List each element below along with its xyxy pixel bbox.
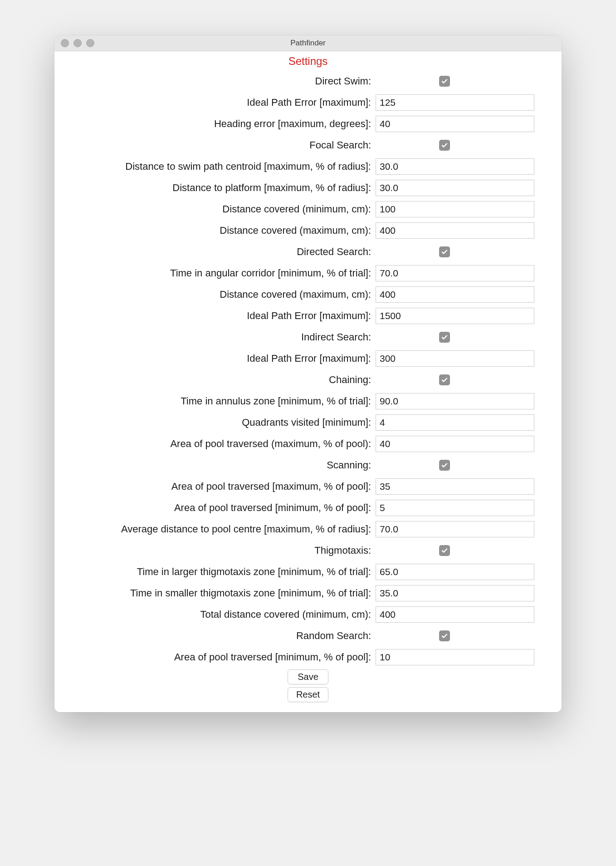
close-icon[interactable] <box>61 39 69 47</box>
indirect-ipe-input[interactable] <box>376 350 534 367</box>
save-button[interactable]: Save <box>288 669 328 684</box>
dist-centroid-input[interactable] <box>376 158 534 175</box>
smaller-thigmo-input[interactable] <box>376 585 534 601</box>
random-search-row: Random Search: <box>63 625 553 646</box>
scanning-area-max-label: Area of pool traversed [maximum, % of po… <box>63 481 376 492</box>
directed-ipe-label: Ideal Path Error [maximum]: <box>63 310 376 322</box>
random-search-checkbox[interactable] <box>439 630 450 641</box>
directed-search-row: Directed Search: <box>63 241 553 262</box>
directed-search-checkbox[interactable] <box>439 246 450 257</box>
directed-search-label: Directed Search: <box>63 246 376 258</box>
focal-dist-cov-min-input[interactable] <box>376 201 534 217</box>
focal-search-checkbox[interactable] <box>439 140 450 151</box>
dist-platform-input[interactable] <box>376 180 534 196</box>
annulus-time-input[interactable] <box>376 393 534 409</box>
focal-search-label: Focal Search: <box>63 139 376 151</box>
chaining-row: Chaining: <box>63 369 553 390</box>
ideal-path-error-label: Ideal Path Error [maximum]: <box>63 97 376 108</box>
avg-dist-centre-label: Average distance to pool centre [maximum… <box>63 523 376 535</box>
thigmotaxis-label: Thigmotaxis: <box>63 545 376 556</box>
larger-thigmo-label: Time in larger thigmotaxis zone [minimum… <box>63 566 376 578</box>
indirect-ipe-label: Ideal Path Error [maximum]: <box>63 353 376 364</box>
scanning-checkbox[interactable] <box>439 460 450 471</box>
direct-swim-label: Direct Swim: <box>63 75 376 87</box>
scanning-area-min-input[interactable] <box>376 500 534 516</box>
focal-dist-cov-min-label: Distance covered (minimum, cm): <box>63 203 376 215</box>
titlebar: Pathfinder <box>54 35 562 51</box>
heading-error-input[interactable] <box>376 116 534 132</box>
indirect-search-checkbox[interactable] <box>439 332 450 343</box>
dist-platform-label: Distance to platform [maximum, % of radi… <box>63 182 376 194</box>
reset-button[interactable]: Reset <box>288 687 328 702</box>
scanning-row: Scanning: <box>63 454 553 476</box>
heading-error-label: Heading error [maximum, degrees]: <box>63 118 376 130</box>
larger-thigmo-input[interactable] <box>376 564 534 580</box>
quadrants-label: Quadrants visited [minimum]: <box>63 417 376 428</box>
random-search-label: Random Search: <box>63 630 376 642</box>
zoom-icon[interactable] <box>86 39 94 47</box>
total-dist-label: Total distance covered (minimum, cm): <box>63 609 376 620</box>
direct-swim-row: Direct Swim: <box>63 70 553 92</box>
window-controls <box>61 39 94 47</box>
chaining-checkbox[interactable] <box>439 374 450 385</box>
chaining-area-max-input[interactable] <box>376 436 534 452</box>
annulus-time-label: Time in annulus zone [minimum, % of tria… <box>63 395 376 407</box>
directed-ipe-input[interactable] <box>376 308 534 324</box>
directed-dist-cov-max-label: Distance covered (maximum, cm): <box>63 289 376 300</box>
focal-dist-cov-max-label: Distance covered (maximum, cm): <box>63 225 376 236</box>
settings-panel: Settings Direct Swim: Ideal Path Error [… <box>54 51 562 712</box>
app-window: Pathfinder Settings Direct Swim: Ideal P… <box>54 35 562 712</box>
thigmotaxis-row: Thigmotaxis: <box>63 540 553 561</box>
ideal-path-error-input[interactable] <box>376 94 534 111</box>
random-area-min-input[interactable] <box>376 649 534 665</box>
scanning-area-min-label: Area of pool traversed [minimum, % of po… <box>63 502 376 514</box>
chaining-label: Chaining: <box>63 374 376 386</box>
angular-corridor-label: Time in angular corridor [minimum, % of … <box>63 267 376 279</box>
page-title: Settings <box>63 55 553 68</box>
direct-swim-checkbox[interactable] <box>439 76 450 87</box>
avg-dist-centre-input[interactable] <box>376 521 534 537</box>
chaining-area-max-label: Area of pool traversed (maximum, % of po… <box>63 438 376 450</box>
minimize-icon[interactable] <box>73 39 82 47</box>
scanning-label: Scanning: <box>63 459 376 471</box>
random-area-min-label: Area of pool traversed [minimum, % of po… <box>63 651 376 663</box>
scanning-area-max-input[interactable] <box>376 478 534 495</box>
directed-dist-cov-max-input[interactable] <box>376 286 534 303</box>
thigmotaxis-checkbox[interactable] <box>439 545 450 556</box>
indirect-search-row: Indirect Search: <box>63 326 553 348</box>
smaller-thigmo-label: Time in smaller thigmotaxis zone [minimu… <box>63 587 376 599</box>
quadrants-input[interactable] <box>376 414 534 431</box>
angular-corridor-input[interactable] <box>376 265 534 281</box>
focal-dist-cov-max-input[interactable] <box>376 222 534 239</box>
total-dist-input[interactable] <box>376 606 534 623</box>
indirect-search-label: Indirect Search: <box>63 331 376 343</box>
focal-search-row: Focal Search: <box>63 134 553 156</box>
window-title: Pathfinder <box>290 39 326 48</box>
dist-centroid-label: Distance to swim path centroid [maximum,… <box>63 161 376 172</box>
